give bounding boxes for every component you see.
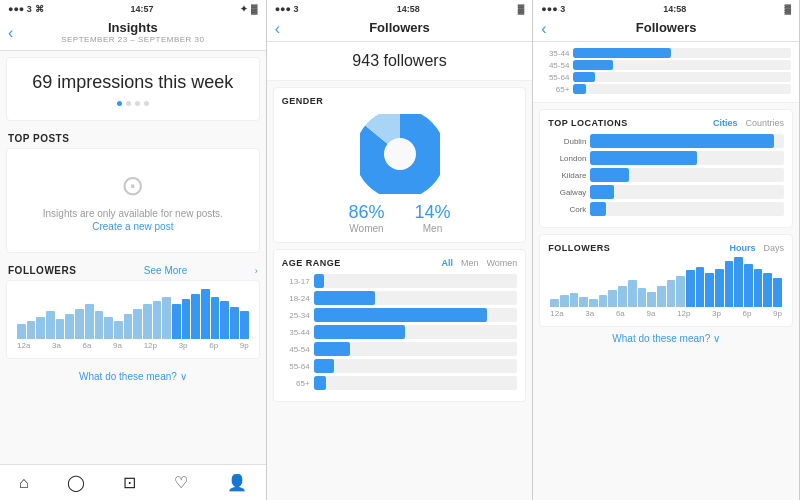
bar-p3-14 <box>686 270 695 307</box>
age-fill-65+ <box>314 376 326 390</box>
bar-p3-17 <box>715 269 724 307</box>
loc-tab-countries[interactable]: Countries <box>745 118 784 128</box>
age-fill-sm-65+ <box>573 84 586 94</box>
status-right-2: ▓ <box>518 4 525 14</box>
chart-label-12a: 12a <box>17 341 30 350</box>
header-title-3: Followers <box>541 20 791 35</box>
bar-p1-15 <box>162 297 171 339</box>
age-sm-35-44: 35-44 <box>541 49 569 58</box>
location-fill-dublin <box>590 134 774 148</box>
dots-indicator <box>21 101 245 106</box>
location-name-kildare: Kildare <box>548 171 586 180</box>
location-track-london <box>590 151 784 165</box>
age-track-13-17 <box>314 274 518 288</box>
age-track-sm-55-64 <box>573 72 791 82</box>
time-tab-days[interactable]: Days <box>764 243 785 253</box>
age-fill-25-34 <box>314 308 487 322</box>
nav-camera-icon[interactable]: ⊡ <box>123 473 136 492</box>
age-track-sm-65+ <box>573 84 791 94</box>
content-followers-2: 943 followers GENDER 86% Women <box>267 42 533 500</box>
bar-p3-3 <box>579 297 588 307</box>
chart-label-6a: 6a <box>83 341 92 350</box>
bar-p1-11 <box>124 314 133 339</box>
nav-profile-icon[interactable]: 👤 <box>227 473 247 492</box>
bottom-nav-1: ⌂ ◯ ⊡ ♡ 👤 <box>0 464 266 500</box>
chart-label-9a: 9a <box>113 341 122 350</box>
age-track-sm-35-44 <box>573 48 791 58</box>
nav-search-icon[interactable]: ◯ <box>67 473 85 492</box>
location-tabs: Cities Countries <box>713 118 784 128</box>
locations-section: TOP LOCATIONS Cities Countries Dublin Lo… <box>539 109 793 228</box>
age-fill-sm-45-54 <box>573 60 612 70</box>
panel-followers-3: ●●● 3 14:58 ▓ ‹ Followers 35-44 45-54 55… <box>533 0 800 500</box>
panel-insights: ●●● 3 ⌘ 14:57 ✦ ▓ ‹ Insights September 2… <box>0 0 267 500</box>
dot-1 <box>117 101 122 106</box>
status-right-3: ▓ <box>784 4 791 14</box>
age-range-35-44: 35-44 <box>282 328 310 337</box>
back-button-3[interactable]: ‹ <box>541 20 546 38</box>
header-followers-2: ‹ Followers <box>267 16 533 42</box>
age-range-65+: 65+ <box>282 379 310 388</box>
back-button-2[interactable]: ‹ <box>275 20 280 38</box>
bar-p1-14 <box>153 301 162 339</box>
followers-label-p3: FOLLOWERS <box>548 243 610 253</box>
men-label: Men <box>415 223 451 234</box>
signal-1: ●●● 3 <box>8 4 32 14</box>
chart-label-12p: 12p <box>144 341 157 350</box>
age-tab-women[interactable]: Women <box>486 258 517 268</box>
bar-p3-11 <box>657 286 666 307</box>
bar-p1-23 <box>240 311 249 339</box>
age-bar-row-65+: 65+ <box>282 376 518 390</box>
what-mean-link-1[interactable]: What do these mean? ∨ <box>0 365 266 386</box>
age-sm-65+: 65+ <box>541 85 569 94</box>
loc-tab-cities[interactable]: Cities <box>713 118 738 128</box>
location-fill-galway <box>590 185 613 199</box>
chart-labels-3: 12a3a6a9a12p3p6p9p <box>548 307 784 318</box>
bar-p3-23 <box>773 278 782 307</box>
nav-home-icon[interactable]: ⌂ <box>19 474 29 492</box>
header-subtitle-1: September 23 – September 30 <box>8 35 258 44</box>
age-bar-row-13-17: 13-17 <box>282 274 518 288</box>
bar-p3-10 <box>647 292 656 307</box>
location-fill-london <box>590 151 697 165</box>
svg-point-2 <box>384 138 416 170</box>
age-tab-all[interactable]: All <box>441 258 453 268</box>
age-bar-row-35-44: 35-44 <box>282 325 518 339</box>
bar-p3-7 <box>618 286 627 307</box>
followers-header-p3: FOLLOWERS Hours Days <box>548 243 784 253</box>
age-bars-p2: 13-17 18-24 25-34 35-44 45-54 <box>282 274 518 390</box>
age-range-45-54: 45-54 <box>282 345 310 354</box>
create-post-link[interactable]: Create a new post <box>27 221 239 232</box>
see-more-link[interactable]: See More <box>144 265 187 276</box>
location-row-kildare: Kildare <box>548 168 784 182</box>
bar-p1-22 <box>230 307 239 339</box>
followers-section-p3: FOLLOWERS Hours Days 12a3a6a9a12p3p6p9p <box>539 234 793 327</box>
men-percent: 14% <box>415 202 451 223</box>
bar-p1-8 <box>95 311 104 339</box>
age-range-18-24: 18-24 <box>282 294 310 303</box>
location-row-galway: Galway <box>548 185 784 199</box>
women-percent: 86% <box>348 202 384 223</box>
location-bars: Dublin London Kildare Galway Cork <box>548 134 784 216</box>
dot-2 <box>126 101 131 106</box>
chart-label-3a: 3a <box>52 341 61 350</box>
followers-chart-card: 12a3a6a9a12p3p6p9p <box>6 280 260 359</box>
nav-heart-icon[interactable]: ♡ <box>174 473 188 492</box>
bar-p3-0 <box>550 299 559 307</box>
bar-chart-p3 <box>548 257 784 307</box>
age-range-55-64: 55-64 <box>282 362 310 371</box>
bar-p3-5 <box>599 295 608 307</box>
bar-p1-12 <box>133 309 142 339</box>
age-range-13-17: 13-17 <box>282 277 310 286</box>
location-fill-cork <box>590 202 605 216</box>
content-insights: 69 impressions this week TOP POSTS ⊙ Ins… <box>0 51 266 464</box>
time-tab-hours[interactable]: Hours <box>729 243 755 253</box>
gender-section: GENDER 86% Women 14% Men <box>273 87 527 243</box>
what-mean-link-3[interactable]: What do these mean? ∨ <box>533 327 799 348</box>
signal-2: ●●● 3 <box>275 4 299 14</box>
status-bar-1: ●●● 3 ⌘ 14:57 ✦ ▓ <box>0 0 266 16</box>
bar-p1-6 <box>75 309 84 339</box>
back-button-1[interactable]: ‹ <box>8 24 13 42</box>
age-tab-men[interactable]: Men <box>461 258 479 268</box>
location-name-london: London <box>548 154 586 163</box>
